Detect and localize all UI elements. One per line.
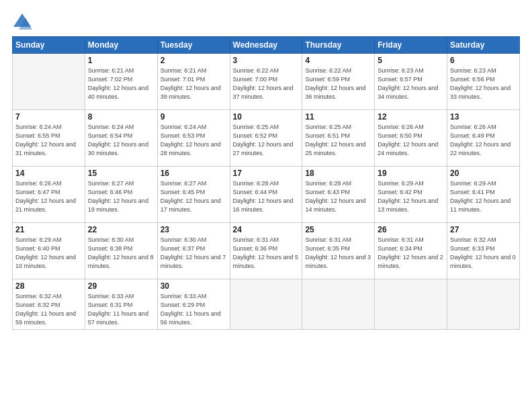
- day-number: 17: [233, 169, 300, 178]
- day-number: 11: [305, 112, 371, 122]
- day-info: Sunrise: 6:25 AM Sunset: 6:51 PM Dayligh…: [305, 123, 371, 158]
- day-info: Sunrise: 6:24 AM Sunset: 6:55 PM Dayligh…: [15, 123, 82, 158]
- calendar-week-0: 1Sunrise: 6:21 AM Sunset: 7:02 PM Daylig…: [13, 54, 520, 110]
- calendar-cell: 3Sunrise: 6:22 AM Sunset: 7:00 PM Daylig…: [230, 54, 302, 110]
- calendar-cell: 1Sunrise: 6:21 AM Sunset: 7:02 PM Daylig…: [85, 54, 157, 110]
- day-info: Sunrise: 6:30 AM Sunset: 6:38 PM Dayligh…: [88, 236, 154, 271]
- day-number: 8: [88, 112, 154, 122]
- day-number: 27: [450, 225, 517, 234]
- calendar-cell: 16Sunrise: 6:27 AM Sunset: 6:45 PM Dayli…: [157, 167, 230, 223]
- calendar-cell: 8Sunrise: 6:24 AM Sunset: 6:54 PM Daylig…: [85, 110, 157, 167]
- calendar-week-3: 21Sunrise: 6:29 AM Sunset: 6:40 PM Dayli…: [13, 223, 520, 279]
- day-number: 3: [233, 56, 300, 65]
- day-info: Sunrise: 6:21 AM Sunset: 7:02 PM Dayligh…: [88, 66, 154, 101]
- day-number: 23: [161, 225, 227, 234]
- calendar-cell: 13Sunrise: 6:26 AM Sunset: 6:49 PM Dayli…: [447, 110, 520, 167]
- calendar-cell: 29Sunrise: 6:33 AM Sunset: 6:31 PM Dayli…: [85, 279, 157, 330]
- calendar-cell: 14Sunrise: 6:26 AM Sunset: 6:47 PM Dayli…: [13, 167, 85, 223]
- calendar-cell: 7Sunrise: 6:24 AM Sunset: 6:55 PM Daylig…: [13, 110, 85, 167]
- calendar-cell: 15Sunrise: 6:27 AM Sunset: 6:46 PM Dayli…: [85, 167, 157, 223]
- calendar-cell: 24Sunrise: 6:31 AM Sunset: 6:36 PM Dayli…: [230, 223, 302, 279]
- day-number: 6: [450, 56, 517, 65]
- calendar-cell: 4Sunrise: 6:22 AM Sunset: 6:59 PM Daylig…: [302, 54, 375, 110]
- weekday-header-wednesday: Wednesday: [230, 37, 302, 54]
- day-number: 2: [161, 56, 227, 65]
- calendar-cell: 20Sunrise: 6:29 AM Sunset: 6:41 PM Dayli…: [447, 167, 520, 223]
- day-info: Sunrise: 6:33 AM Sunset: 6:31 PM Dayligh…: [88, 292, 154, 327]
- day-number: 4: [305, 56, 371, 65]
- weekday-header-friday: Friday: [375, 37, 447, 54]
- weekday-header-monday: Monday: [85, 37, 157, 54]
- day-info: Sunrise: 6:31 AM Sunset: 6:36 PM Dayligh…: [233, 236, 300, 271]
- day-info: Sunrise: 6:23 AM Sunset: 6:56 PM Dayligh…: [450, 66, 517, 101]
- calendar-cell: 17Sunrise: 6:28 AM Sunset: 6:44 PM Dayli…: [230, 167, 302, 223]
- day-number: 25: [305, 225, 371, 234]
- calendar-cell: 6Sunrise: 6:23 AM Sunset: 6:56 PM Daylig…: [447, 54, 520, 110]
- day-info: Sunrise: 6:25 AM Sunset: 6:52 PM Dayligh…: [233, 123, 300, 158]
- calendar-week-4: 28Sunrise: 6:32 AM Sunset: 6:32 PM Dayli…: [13, 279, 520, 330]
- logo-icon: [12, 12, 32, 31]
- day-info: Sunrise: 6:26 AM Sunset: 6:50 PM Dayligh…: [378, 123, 444, 158]
- day-info: Sunrise: 6:27 AM Sunset: 6:46 PM Dayligh…: [88, 179, 154, 214]
- day-number: 13: [450, 112, 517, 122]
- header: [12, 12, 520, 31]
- calendar-cell: 11Sunrise: 6:25 AM Sunset: 6:51 PM Dayli…: [302, 110, 375, 167]
- day-number: 5: [378, 56, 444, 65]
- calendar-week-1: 7Sunrise: 6:24 AM Sunset: 6:55 PM Daylig…: [13, 110, 520, 167]
- day-info: Sunrise: 6:23 AM Sunset: 6:57 PM Dayligh…: [378, 66, 444, 101]
- day-number: 15: [88, 169, 154, 178]
- weekday-header-thursday: Thursday: [302, 37, 375, 54]
- day-info: Sunrise: 6:29 AM Sunset: 6:40 PM Dayligh…: [15, 236, 82, 271]
- day-info: Sunrise: 6:24 AM Sunset: 6:54 PM Dayligh…: [88, 123, 154, 158]
- calendar-cell: [302, 279, 375, 330]
- calendar-cell: 27Sunrise: 6:32 AM Sunset: 6:33 PM Dayli…: [447, 223, 520, 279]
- day-info: Sunrise: 6:32 AM Sunset: 6:33 PM Dayligh…: [450, 236, 517, 271]
- calendar-cell: [447, 279, 520, 330]
- day-info: Sunrise: 6:30 AM Sunset: 6:37 PM Dayligh…: [161, 236, 227, 271]
- day-info: Sunrise: 6:22 AM Sunset: 6:59 PM Dayligh…: [305, 66, 371, 101]
- weekday-header-sunday: Sunday: [13, 37, 85, 54]
- day-info: Sunrise: 6:33 AM Sunset: 6:29 PM Dayligh…: [161, 292, 227, 327]
- day-number: 7: [15, 112, 82, 122]
- calendar-week-2: 14Sunrise: 6:26 AM Sunset: 6:47 PM Dayli…: [13, 167, 520, 223]
- day-number: 16: [161, 169, 227, 178]
- day-number: 12: [378, 112, 444, 122]
- day-info: Sunrise: 6:28 AM Sunset: 6:44 PM Dayligh…: [233, 179, 300, 214]
- calendar-cell: 28Sunrise: 6:32 AM Sunset: 6:32 PM Dayli…: [13, 279, 85, 330]
- calendar-cell: 21Sunrise: 6:29 AM Sunset: 6:40 PM Dayli…: [13, 223, 85, 279]
- day-info: Sunrise: 6:31 AM Sunset: 6:35 PM Dayligh…: [305, 236, 371, 271]
- day-number: 19: [378, 169, 444, 178]
- weekday-header-saturday: Saturday: [447, 37, 520, 54]
- calendar-table: SundayMondayTuesdayWednesdayThursdayFrid…: [12, 36, 520, 330]
- calendar-cell: 19Sunrise: 6:29 AM Sunset: 6:42 PM Dayli…: [375, 167, 447, 223]
- page: SundayMondayTuesdayWednesdayThursdayFrid…: [0, 0, 532, 411]
- day-info: Sunrise: 6:27 AM Sunset: 6:45 PM Dayligh…: [161, 179, 227, 214]
- day-number: 10: [233, 112, 300, 122]
- calendar-cell: 23Sunrise: 6:30 AM Sunset: 6:37 PM Dayli…: [157, 223, 230, 279]
- day-number: 20: [450, 169, 517, 178]
- day-info: Sunrise: 6:28 AM Sunset: 6:43 PM Dayligh…: [305, 179, 371, 214]
- day-info: Sunrise: 6:31 AM Sunset: 6:34 PM Dayligh…: [378, 236, 444, 271]
- day-info: Sunrise: 6:29 AM Sunset: 6:41 PM Dayligh…: [450, 179, 517, 214]
- day-number: 28: [15, 281, 82, 291]
- calendar-cell: 9Sunrise: 6:24 AM Sunset: 6:53 PM Daylig…: [157, 110, 230, 167]
- calendar-cell: [230, 279, 302, 330]
- day-number: 26: [378, 225, 444, 234]
- calendar-cell: 26Sunrise: 6:31 AM Sunset: 6:34 PM Dayli…: [375, 223, 447, 279]
- weekday-header-tuesday: Tuesday: [157, 37, 230, 54]
- calendar-cell: 18Sunrise: 6:28 AM Sunset: 6:43 PM Dayli…: [302, 167, 375, 223]
- calendar-cell: 22Sunrise: 6:30 AM Sunset: 6:38 PM Dayli…: [85, 223, 157, 279]
- day-number: 22: [88, 225, 154, 234]
- day-number: 1: [88, 56, 154, 65]
- logo: [12, 12, 35, 31]
- day-number: 21: [15, 225, 82, 234]
- day-info: Sunrise: 6:26 AM Sunset: 6:47 PM Dayligh…: [15, 179, 82, 214]
- calendar-cell: 10Sunrise: 6:25 AM Sunset: 6:52 PM Dayli…: [230, 110, 302, 167]
- day-info: Sunrise: 6:24 AM Sunset: 6:53 PM Dayligh…: [161, 123, 227, 158]
- calendar-cell: [13, 54, 85, 110]
- calendar-cell: 12Sunrise: 6:26 AM Sunset: 6:50 PM Dayli…: [375, 110, 447, 167]
- day-info: Sunrise: 6:26 AM Sunset: 6:49 PM Dayligh…: [450, 123, 517, 158]
- day-info: Sunrise: 6:21 AM Sunset: 7:01 PM Dayligh…: [161, 66, 227, 101]
- day-number: 24: [233, 225, 300, 234]
- day-info: Sunrise: 6:32 AM Sunset: 6:32 PM Dayligh…: [15, 292, 82, 327]
